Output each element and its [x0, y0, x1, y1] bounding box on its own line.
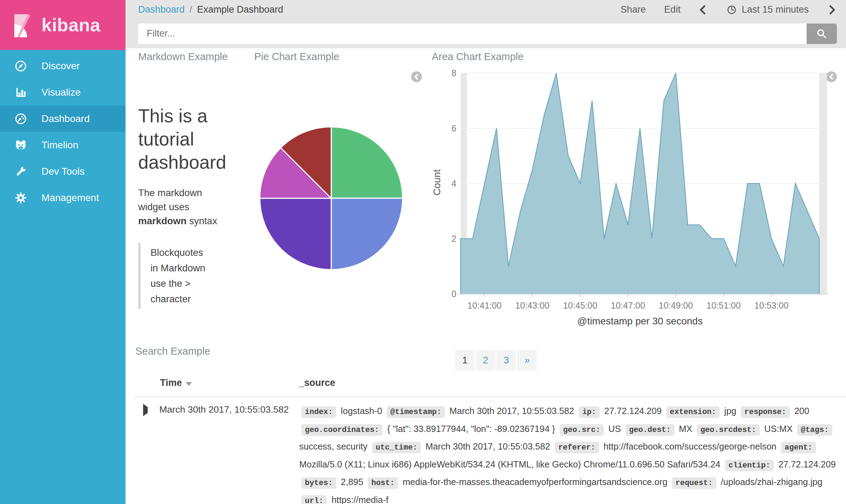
sidebar-item-label: Dev Tools [41, 166, 84, 177]
x-tick-label: 10:41:00 [467, 301, 501, 310]
pie-slice[interactable] [331, 198, 403, 270]
sidebar-item-timelion[interactable]: Timelion [0, 132, 126, 158]
field-name-badge: ip: [579, 406, 600, 418]
sidebar: kibana DiscoverVisualizeDashboardTimelio… [0, 0, 126, 504]
page-next-button[interactable]: » [517, 350, 537, 370]
field-name-badge: @timestamp: [387, 406, 445, 418]
time-picker[interactable]: Last 15 minutes [726, 4, 809, 15]
sidebar-item-visualize[interactable]: Visualize [0, 79, 126, 105]
x-tick-label: 10:43:00 [515, 301, 549, 310]
row-time: March 30th 2017, 10:55:03.582 [159, 403, 299, 504]
column-header-time[interactable]: Time [160, 377, 192, 388]
y-tick-label: 8 [451, 68, 456, 78]
edit-button[interactable]: Edit [664, 4, 681, 15]
search-icon [815, 27, 828, 40]
timelion-icon [14, 138, 27, 152]
table-rows: March 30th 2017, 10:55:03.582index: logs… [134, 397, 846, 504]
field-name-badge: utc_time: [372, 442, 421, 453]
table-row: March 30th 2017, 10:55:03.582index: logs… [134, 397, 846, 504]
area-chart: 0246810:41:0010:43:0010:45:0010:47:0010:… [440, 67, 835, 334]
field-name-badge: host: [368, 477, 398, 489]
row-caret-cell [134, 403, 159, 504]
field-name-badge: agent: [781, 442, 816, 453]
page-button-2[interactable]: 2 [476, 350, 495, 370]
markdown-widget: This is a tutorial dashboard The markdow… [138, 104, 261, 309]
chevron-left-icon [414, 74, 419, 80]
sidebar-item-dashboard[interactable]: Dashboard [0, 105, 126, 132]
kibana-logo-icon [10, 6, 32, 44]
pie-slice[interactable] [331, 127, 403, 198]
clock-icon [726, 4, 737, 15]
x-tick-label: 10:53:00 [754, 301, 788, 310]
x-tick-label: 10:45:00 [563, 301, 597, 310]
share-button[interactable]: Share [621, 4, 646, 15]
sidebar-item-label: Discover [41, 60, 80, 72]
time-forward-icon[interactable] [827, 5, 836, 15]
field-name-badge: clientip: [725, 460, 774, 471]
x-tick-label: 10:49:00 [659, 301, 693, 310]
main-area: Dashboard / Example Dashboard Share Edit… [126, 0, 846, 504]
gear-icon [14, 191, 27, 205]
field-name-badge: url: [301, 495, 327, 504]
area-y-axis-title: Count [431, 161, 443, 203]
wrench-icon [14, 165, 27, 178]
sidebar-item-dev-tools[interactable]: Dev Tools [0, 158, 126, 185]
sidebar-item-label: Management [41, 192, 99, 203]
kibana-logo[interactable]: kibana [0, 0, 126, 50]
dashboard-icon [14, 112, 27, 125]
top-actions: Share Edit Last 15 minutes [621, 4, 836, 15]
panel-title-search[interactable]: Search Example [135, 345, 210, 357]
search-results-table: Time _source March 30th 2017, 10:55:03.5… [134, 373, 846, 504]
table-header: Time _source [134, 373, 846, 397]
breadcrumb-separator: / [190, 4, 192, 15]
markdown-blockquote: Blockquotes in Markdown use the > charac… [138, 243, 207, 309]
x-tick-label: 10:51:00 [706, 301, 741, 310]
time-back-icon[interactable] [699, 5, 708, 15]
panel-title-area[interactable]: Area Chart Example [432, 51, 524, 63]
panel-title-pie[interactable]: Pie Chart Example [254, 51, 339, 63]
area-x-axis-title: @timestamp per 30 seconds [577, 316, 703, 327]
bar-chart-icon [14, 86, 27, 99]
expand-row-icon[interactable] [143, 404, 148, 416]
field-name-badge: referer: [555, 442, 599, 453]
field-name-badge: geo.dest: [626, 424, 674, 436]
breadcrumb-current: Example Dashboard [197, 4, 283, 15]
markdown-paragraph: The markdown widget uses markdown syntax [138, 186, 221, 228]
pie-slice[interactable] [260, 198, 331, 270]
sidebar-item-discover[interactable]: Discover [0, 53, 126, 79]
pagination: 123» [455, 350, 537, 370]
app-title: kibana [41, 14, 101, 35]
breadcrumb-bar: Dashboard / Example Dashboard Share Edit… [126, 0, 846, 19]
dashboard-content: Markdown Example Pie Chart Example Area … [126, 48, 846, 504]
page-button-1[interactable]: 1 [455, 350, 475, 370]
y-tick-label: 2 [451, 234, 456, 244]
field-name-badge: index: [301, 406, 336, 418]
sidebar-item-label: Dashboard [41, 113, 90, 124]
y-tick-label: 6 [451, 123, 456, 133]
field-name-badge: geo.coordinates: [301, 424, 383, 436]
x-tick-label: 10:47:00 [611, 301, 645, 310]
filter-input[interactable] [138, 24, 807, 44]
sidebar-item-label: Timelion [41, 140, 78, 151]
field-name-badge: @tags: [797, 424, 832, 436]
field-name-badge: bytes: [301, 477, 336, 489]
page-button-3[interactable]: 3 [496, 350, 516, 370]
pie-chart [258, 125, 404, 271]
markdown-heading: This is a tutorial dashboard [138, 104, 261, 174]
panel-title-markdown[interactable]: Markdown Example [138, 51, 228, 63]
search-button[interactable] [807, 24, 837, 44]
row-source: index: logstash-0 @timestamp: March 30th… [299, 403, 842, 504]
breadcrumb-link-dashboard[interactable]: Dashboard [138, 4, 185, 15]
sort-desc-icon [186, 382, 192, 386]
sidebar-nav: DiscoverVisualizeDashboardTimelionDev To… [0, 53, 126, 211]
field-name-badge: extension: [666, 406, 720, 418]
field-name-badge: request: [672, 477, 716, 489]
field-name-badge: geo.srcdest: [697, 424, 760, 436]
sidebar-item-management[interactable]: Management [0, 185, 126, 211]
time-filter-label: Last 15 minutes [742, 4, 809, 15]
field-name-badge: response: [741, 406, 790, 418]
sidebar-item-label: Visualize [41, 87, 81, 98]
y-tick-label: 4 [451, 179, 456, 188]
compass-icon [14, 59, 27, 73]
pie-panel-expand-button[interactable] [411, 71, 422, 82]
